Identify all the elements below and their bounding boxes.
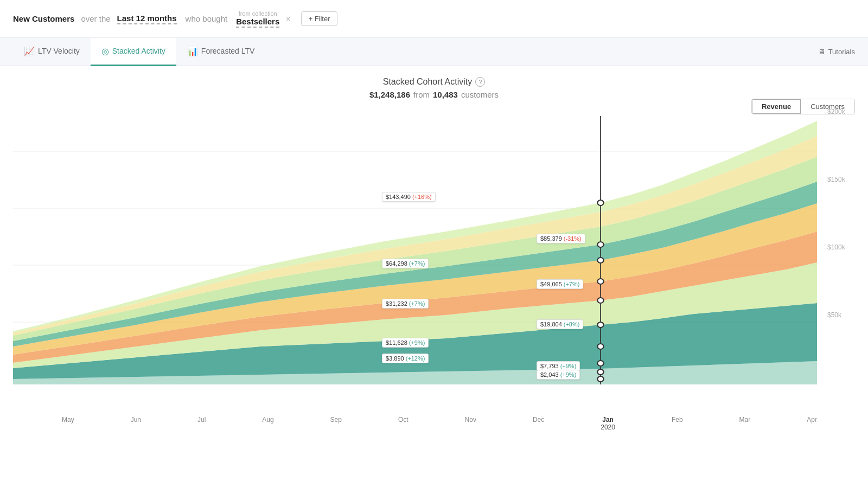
dot-6	[597, 322, 603, 328]
close-button[interactable]: ×	[286, 15, 290, 23]
bestsellers-wrapper: from collection Bestsellers	[236, 10, 279, 28]
dot-7	[597, 344, 603, 349]
x-label-dec: Dec	[533, 416, 544, 431]
tooltip-7-value: $11,628	[386, 339, 407, 346]
chart-area: $200k $150k $100k $50k $143,490 (+16%) $…	[13, 108, 855, 412]
dot-1	[597, 200, 603, 206]
x-label-mar: Mar	[739, 416, 751, 431]
x-label-nov: Nov	[465, 416, 476, 431]
tab-stacked-activity[interactable]: ◎ Stacked Activity	[91, 38, 176, 66]
tooltip-4-pct: (+7%)	[564, 281, 580, 287]
x-label-jun: Jun	[131, 416, 141, 431]
x-label-jul: Jul	[197, 416, 206, 431]
tooltip-3: $64,298 (+7%)	[382, 259, 429, 268]
tooltip-2-value: $85,379	[540, 235, 562, 242]
chart-title-row: Stacked Cohort Activity ?	[13, 77, 855, 87]
tooltip-6-pct: (+8%)	[564, 321, 580, 328]
from-collection-label: from collection	[239, 10, 277, 17]
chart-container: $200k $150k $100k $50k $143,490 (+16%) $…	[13, 108, 855, 444]
filter-button[interactable]: + Filter	[301, 11, 337, 26]
y-label-150k: $150k	[827, 176, 853, 183]
tooltip-7: $11,628 (+9%)	[382, 338, 429, 348]
tooltip-6-value: $19,804	[540, 321, 562, 328]
x-label-jan: Jan2020	[601, 416, 615, 431]
tab-ltv-velocity[interactable]: 📈 LTV Velocity	[13, 38, 91, 66]
tooltip-5-value: $31,232	[386, 300, 407, 307]
tooltip-10-value: $2,043	[540, 371, 559, 378]
from-label: from	[413, 90, 430, 99]
new-customers-label: New Customers	[13, 14, 74, 23]
tab-forecasted-ltv-label: Forecasted LTV	[201, 47, 255, 55]
dot-4	[597, 279, 603, 284]
info-icon[interactable]: ?	[475, 77, 485, 87]
y-label-200k: $200k	[827, 108, 853, 115]
chart-title: Stacked Cohort Activity ?	[383, 77, 486, 87]
over-the-label: over the	[81, 14, 110, 23]
bestsellers-label[interactable]: Bestsellers	[236, 17, 279, 28]
revenue-amount: $1,248,186	[369, 90, 410, 99]
x-label-feb: Feb	[672, 416, 683, 431]
tooltip-8-pct: (+12%)	[406, 355, 425, 362]
customers-label: customers	[461, 90, 499, 99]
tooltip-10-pct: (+9%)	[560, 371, 577, 378]
last-12-months-label[interactable]: Last 12 months	[117, 14, 177, 24]
tutorials-label: Tutorials	[828, 48, 855, 56]
dot-8	[597, 361, 603, 366]
x-label-sep: Sep	[330, 416, 342, 431]
dot-9	[597, 369, 603, 375]
tab-ltv-velocity-label: LTV Velocity	[38, 47, 80, 55]
dot-5	[597, 298, 603, 303]
tooltip-2-pct: (-31%)	[564, 235, 582, 242]
tooltip-9-value: $7,793	[540, 363, 559, 369]
dot-3	[597, 258, 603, 263]
tooltip-9-pct: (+9%)	[560, 363, 577, 369]
tooltip-7-pct: (+9%)	[409, 339, 425, 346]
x-label-oct: Oct	[398, 416, 409, 431]
tooltip-4: $49,065 (+7%)	[537, 279, 583, 289]
dot-10	[597, 376, 603, 382]
chart-subtitle: $1,248,186 from 10,483 customers	[13, 90, 855, 99]
tutorials-icon: 🖥	[818, 48, 825, 56]
who-bought-label: who bought	[186, 14, 228, 23]
tooltip-5-pct: (+7%)	[409, 300, 425, 307]
tooltip-8-value: $3,890	[386, 355, 404, 362]
tooltip-1: $143,490 (+16%)	[382, 192, 436, 202]
y-label-50k: $50k	[827, 311, 853, 319]
dot-2	[597, 242, 603, 247]
x-axis: May Jun Jul Aug Sep Oct Nov Dec Jan2020 …	[13, 412, 855, 431]
ltv-velocity-icon: 📈	[24, 46, 35, 56]
tooltip-8: $3,890 (+12%)	[382, 354, 429, 363]
tooltip-5: $31,232 (+7%)	[382, 299, 429, 309]
tooltip-1-value: $143,490	[386, 194, 411, 200]
forecasted-ltv-icon: 📊	[187, 46, 198, 56]
tooltip-1-pct: (+16%)	[412, 194, 432, 200]
tutorials-button[interactable]: 🖥 Tutorials	[818, 48, 855, 56]
tooltip-10: $2,043 (+9%)	[537, 370, 580, 380]
tooltip-6: $19,804 (+8%)	[537, 319, 583, 329]
tooltip-3-value: $64,298	[386, 260, 407, 267]
customer-count: 10,483	[433, 90, 458, 99]
y-label-100k: $100k	[827, 243, 853, 251]
tab-forecasted-ltv[interactable]: 📊 Forecasted LTV	[176, 38, 266, 66]
chart-section: Stacked Cohort Activity ? $1,248,186 fro…	[0, 66, 868, 444]
tooltip-4-value: $49,065	[540, 281, 562, 287]
tooltip-3-pct: (+7%)	[409, 260, 425, 267]
tabs-bar: 📈 LTV Velocity ◎ Stacked Activity 📊 Fore…	[0, 38, 868, 66]
stacked-activity-icon: ◎	[101, 46, 109, 56]
x-label-aug: Aug	[262, 416, 273, 431]
tab-stacked-activity-label: Stacked Activity	[112, 47, 165, 55]
header-bar: New Customers over the Last 12 months wh…	[0, 0, 868, 38]
x-label-apr: Apr	[807, 416, 817, 431]
x-label-may: May	[62, 416, 74, 431]
tooltip-2: $85,379 (-31%)	[537, 234, 585, 243]
